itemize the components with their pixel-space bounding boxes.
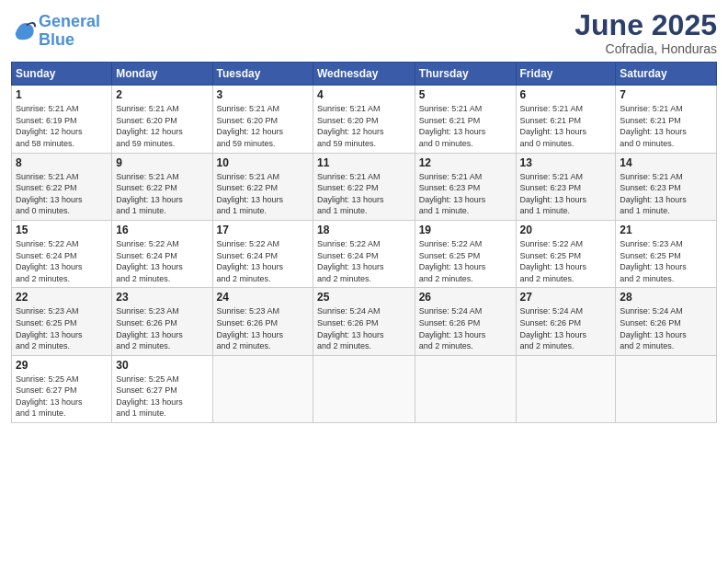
table-row: 6Sunrise: 5:21 AM Sunset: 6:21 PM Daylig…	[516, 86, 616, 153]
day-number: 29	[16, 359, 108, 372]
day-info: Sunrise: 5:21 AM Sunset: 6:23 PM Dayligh…	[419, 171, 512, 217]
day-info: Sunrise: 5:24 AM Sunset: 6:26 PM Dayligh…	[419, 305, 512, 351]
calendar-row: 15Sunrise: 5:22 AM Sunset: 6:24 PM Dayli…	[12, 220, 717, 287]
col-sunday: Sunday	[12, 63, 112, 86]
day-info: Sunrise: 5:21 AM Sunset: 6:21 PM Dayligh…	[620, 103, 712, 149]
day-info: Sunrise: 5:22 AM Sunset: 6:25 PM Dayligh…	[419, 238, 512, 284]
day-number: 28	[620, 291, 712, 304]
logo-text: General Blue	[39, 13, 100, 50]
table-row: 9Sunrise: 5:21 AM Sunset: 6:22 PM Daylig…	[112, 153, 212, 220]
day-info: Sunrise: 5:21 AM Sunset: 6:23 PM Dayligh…	[620, 171, 712, 217]
table-row: 24Sunrise: 5:23 AM Sunset: 6:26 PM Dayli…	[212, 288, 313, 355]
day-number: 26	[419, 291, 512, 304]
col-wednesday: Wednesday	[313, 63, 415, 86]
day-number: 13	[520, 156, 612, 169]
day-number: 6	[520, 88, 612, 101]
table-row: 16Sunrise: 5:22 AM Sunset: 6:24 PM Dayli…	[112, 220, 212, 287]
day-info: Sunrise: 5:21 AM Sunset: 6:22 PM Dayligh…	[116, 171, 208, 217]
month-title: June 2025	[574, 9, 717, 41]
table-row: 22Sunrise: 5:23 AM Sunset: 6:25 PM Dayli…	[12, 288, 112, 355]
logo-line1: General	[39, 12, 100, 30]
table-row: 1Sunrise: 5:21 AM Sunset: 6:19 PM Daylig…	[12, 86, 112, 153]
day-info: Sunrise: 5:25 AM Sunset: 6:27 PM Dayligh…	[16, 373, 108, 419]
table-row	[516, 355, 616, 422]
table-row: 12Sunrise: 5:21 AM Sunset: 6:23 PM Dayli…	[415, 153, 516, 220]
day-number: 16	[116, 224, 208, 236]
col-thursday: Thursday	[415, 63, 516, 86]
table-row: 4Sunrise: 5:21 AM Sunset: 6:20 PM Daylig…	[313, 86, 415, 153]
day-number: 5	[419, 88, 512, 101]
logo-line2: Blue	[39, 30, 74, 49]
day-info: Sunrise: 5:23 AM Sunset: 6:25 PM Dayligh…	[620, 238, 712, 284]
day-info: Sunrise: 5:21 AM Sunset: 6:22 PM Dayligh…	[217, 171, 309, 217]
table-row: 10Sunrise: 5:21 AM Sunset: 6:22 PM Dayli…	[212, 153, 313, 220]
day-info: Sunrise: 5:24 AM Sunset: 6:26 PM Dayligh…	[520, 305, 612, 351]
day-number: 22	[16, 291, 108, 304]
day-number: 14	[620, 156, 712, 169]
day-info: Sunrise: 5:21 AM Sunset: 6:20 PM Dayligh…	[317, 103, 411, 149]
day-number: 17	[217, 224, 309, 236]
table-row: 13Sunrise: 5:21 AM Sunset: 6:23 PM Dayli…	[516, 153, 616, 220]
day-info: Sunrise: 5:21 AM Sunset: 6:20 PM Dayligh…	[217, 103, 309, 149]
day-number: 10	[217, 156, 309, 169]
day-number: 25	[317, 291, 411, 304]
calendar-table: Sunday Monday Tuesday Wednesday Thursday…	[11, 62, 717, 423]
col-tuesday: Tuesday	[212, 63, 313, 86]
day-info: Sunrise: 5:22 AM Sunset: 6:24 PM Dayligh…	[116, 238, 208, 284]
table-row: 20Sunrise: 5:22 AM Sunset: 6:25 PM Dayli…	[516, 220, 616, 287]
logo: General Blue	[11, 13, 100, 50]
day-number: 24	[217, 291, 309, 304]
table-row	[415, 355, 516, 422]
day-info: Sunrise: 5:23 AM Sunset: 6:25 PM Dayligh…	[16, 305, 108, 351]
day-number: 4	[317, 88, 411, 101]
day-number: 27	[520, 291, 612, 304]
table-row: 3Sunrise: 5:21 AM Sunset: 6:20 PM Daylig…	[212, 86, 313, 153]
day-info: Sunrise: 5:22 AM Sunset: 6:25 PM Dayligh…	[520, 238, 612, 284]
table-row: 8Sunrise: 5:21 AM Sunset: 6:22 PM Daylig…	[12, 153, 112, 220]
day-info: Sunrise: 5:25 AM Sunset: 6:27 PM Dayligh…	[116, 373, 208, 419]
table-row: 18Sunrise: 5:22 AM Sunset: 6:24 PM Dayli…	[313, 220, 415, 287]
header-row: Sunday Monday Tuesday Wednesday Thursday…	[12, 63, 717, 86]
header: General Blue June 2025 Cofradia, Hondura…	[11, 9, 717, 56]
table-row: 15Sunrise: 5:22 AM Sunset: 6:24 PM Dayli…	[12, 220, 112, 287]
day-number: 1	[16, 88, 108, 101]
table-row: 29Sunrise: 5:25 AM Sunset: 6:27 PM Dayli…	[12, 355, 112, 422]
day-info: Sunrise: 5:24 AM Sunset: 6:26 PM Dayligh…	[620, 305, 712, 351]
day-info: Sunrise: 5:22 AM Sunset: 6:24 PM Dayligh…	[317, 238, 411, 284]
table-row: 5Sunrise: 5:21 AM Sunset: 6:21 PM Daylig…	[415, 86, 516, 153]
col-friday: Friday	[516, 63, 616, 86]
table-row: 23Sunrise: 5:23 AM Sunset: 6:26 PM Dayli…	[112, 288, 212, 355]
day-number: 11	[317, 156, 411, 169]
table-row: 11Sunrise: 5:21 AM Sunset: 6:22 PM Dayli…	[313, 153, 415, 220]
col-saturday: Saturday	[616, 63, 717, 86]
day-info: Sunrise: 5:22 AM Sunset: 6:24 PM Dayligh…	[217, 238, 309, 284]
day-info: Sunrise: 5:24 AM Sunset: 6:26 PM Dayligh…	[317, 305, 411, 351]
calendar-row: 22Sunrise: 5:23 AM Sunset: 6:25 PM Dayli…	[12, 288, 717, 355]
day-number: 23	[116, 291, 208, 304]
page-container: General Blue June 2025 Cofradia, Hondura…	[0, 0, 728, 432]
day-info: Sunrise: 5:21 AM Sunset: 6:21 PM Dayligh…	[419, 103, 512, 149]
day-number: 30	[116, 359, 208, 372]
day-info: Sunrise: 5:21 AM Sunset: 6:20 PM Dayligh…	[116, 103, 208, 149]
col-monday: Monday	[112, 63, 212, 86]
calendar-body: 1Sunrise: 5:21 AM Sunset: 6:19 PM Daylig…	[12, 86, 717, 423]
day-number: 12	[419, 156, 512, 169]
day-info: Sunrise: 5:21 AM Sunset: 6:21 PM Dayligh…	[520, 103, 612, 149]
day-info: Sunrise: 5:21 AM Sunset: 6:23 PM Dayligh…	[520, 171, 612, 217]
calendar-row: 29Sunrise: 5:25 AM Sunset: 6:27 PM Dayli…	[12, 355, 717, 422]
day-number: 9	[116, 156, 208, 169]
day-number: 18	[317, 224, 411, 236]
table-row	[616, 355, 717, 422]
day-info: Sunrise: 5:21 AM Sunset: 6:22 PM Dayligh…	[16, 171, 108, 217]
day-number: 7	[620, 88, 712, 101]
day-info: Sunrise: 5:23 AM Sunset: 6:26 PM Dayligh…	[116, 305, 208, 351]
calendar-row: 8Sunrise: 5:21 AM Sunset: 6:22 PM Daylig…	[12, 153, 717, 220]
table-row: 14Sunrise: 5:21 AM Sunset: 6:23 PM Dayli…	[616, 153, 717, 220]
subtitle: Cofradia, Honduras	[574, 41, 717, 56]
day-number: 15	[16, 224, 108, 236]
table-row: 19Sunrise: 5:22 AM Sunset: 6:25 PM Dayli…	[415, 220, 516, 287]
logo-icon	[11, 17, 37, 42]
table-row: 7Sunrise: 5:21 AM Sunset: 6:21 PM Daylig…	[616, 86, 717, 153]
table-row: 27Sunrise: 5:24 AM Sunset: 6:26 PM Dayli…	[516, 288, 616, 355]
table-row: 26Sunrise: 5:24 AM Sunset: 6:26 PM Dayli…	[415, 288, 516, 355]
